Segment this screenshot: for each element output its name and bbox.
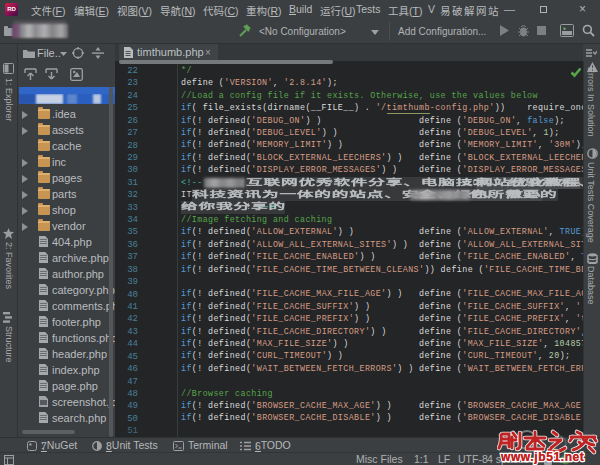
svg-text:www.jb51.net: www.jb51.net xyxy=(500,450,584,464)
